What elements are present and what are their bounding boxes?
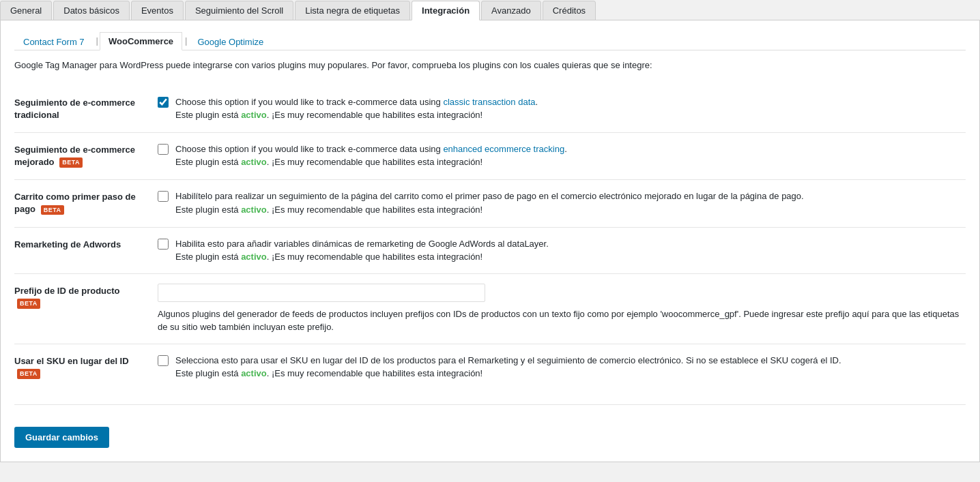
tab-integracion[interactable]: Integración [412, 1, 480, 20]
control-prefijo: Algunos plugins del generador de feeds d… [158, 273, 966, 344]
sub-tabs-container: Contact Form 7 | WooCommerce | Google Op… [14, 31, 966, 50]
status-active-carrito: activo [241, 205, 267, 215]
tab-eventos[interactable]: Eventos [131, 1, 184, 20]
checkbox-sku[interactable] [158, 355, 169, 366]
label-remarketing: Remarketing de Adwords [14, 227, 158, 273]
option-text-carrito: Habilítelo para realizar un seguimiento … [175, 190, 804, 216]
sub-tab-divider-2: | [185, 35, 187, 46]
beta-badge-sku: beta [17, 369, 40, 379]
classic-transaction-link[interactable]: classic transaction data [443, 97, 535, 107]
table-row: Usar el SKU en lugar del ID beta Selecci… [14, 344, 966, 391]
table-row: Carrito como primer paso de pago beta Ha… [14, 180, 966, 227]
option-text-seguimiento-tradicional: Choose this option if you would like to … [175, 95, 538, 122]
checkbox-carrito[interactable] [158, 191, 169, 202]
option-text-seguimiento-mejorado: Choose this option if you would like to … [175, 142, 567, 169]
sub-tab-google-optimize[interactable]: Google Optimize [189, 33, 273, 50]
label-carrito: Carrito como primer paso de pago beta [14, 180, 158, 227]
save-button[interactable]: Guardar cambios [14, 427, 109, 448]
option-text-prefijo: Algunos plugins del generador de feeds d… [158, 307, 966, 334]
status-active-mejorado: activo [241, 157, 267, 167]
tab-avanzado[interactable]: Avanzado [481, 1, 541, 20]
checkbox-remarketing[interactable] [158, 239, 169, 250]
beta-badge-prefijo: beta [17, 299, 40, 309]
beta-badge-carrito: beta [41, 205, 64, 215]
enhanced-ecommerce-link[interactable]: enhanced ecommerce tracking [443, 144, 564, 154]
status-active-remarketing: activo [241, 252, 267, 262]
control-carrito: Habilítelo para realizar un seguimiento … [158, 180, 966, 227]
prefijo-text-input[interactable] [158, 284, 485, 302]
control-sku: Selecciona esto para usar el SKU en luga… [158, 344, 966, 391]
option-text-sku: Selecciona esto para usar el SKU en luga… [175, 354, 841, 380]
table-row: Seguimiento de e-commerce mejorado beta … [14, 132, 966, 179]
label-sku: Usar el SKU en lugar del ID beta [14, 344, 158, 391]
page-description: Google Tag Manager para WordPress puede … [14, 59, 966, 72]
table-row: Remarketing de Adwords Habilita esto par… [14, 227, 966, 273]
label-seguimiento-mejorado: Seguimiento de e-commerce mejorado beta [14, 132, 158, 179]
settings-table: Seguimiento de e-commerce tradicional Ch… [14, 86, 966, 391]
status-active-sku: activo [241, 368, 267, 378]
top-tabs-container: General Datos básicos Eventos Seguimient… [0, 0, 980, 20]
checkbox-seguimiento-tradicional[interactable] [158, 97, 169, 108]
beta-badge-mejorado: beta [59, 157, 83, 168]
sub-tab-contact-form[interactable]: Contact Form 7 [14, 33, 93, 50]
footer-row: Guardar cambios [14, 404, 966, 448]
tab-lista-negra[interactable]: Lista negra de etiquetas [295, 1, 410, 20]
label-seguimiento-tradicional: Seguimiento de e-commerce tradicional [14, 86, 158, 133]
status-active-tradicional: activo [241, 110, 267, 120]
control-remarketing: Habilita esto para añadir variables diná… [158, 227, 966, 273]
sub-tab-divider-1: | [96, 35, 98, 46]
control-seguimiento-mejorado: Choose this option if you would like to … [158, 132, 966, 179]
sub-tab-woocommerce[interactable]: WooCommerce [100, 32, 182, 50]
table-row: Prefijo de ID de producto beta Algunos p… [14, 273, 966, 344]
tab-seguimiento-scroll[interactable]: Seguimiento del Scroll [185, 1, 293, 20]
content-area: Contact Form 7 | WooCommerce | Google Op… [0, 20, 980, 462]
tab-creditos[interactable]: Créditos [543, 1, 596, 20]
tab-datos-basicos[interactable]: Datos básicos [53, 1, 130, 20]
checkbox-seguimiento-mejorado[interactable] [158, 144, 169, 155]
page-wrapper: General Datos básicos Eventos Seguimient… [0, 0, 980, 462]
table-row: Seguimiento de e-commerce tradicional Ch… [14, 86, 966, 133]
tab-general[interactable]: General [0, 1, 52, 20]
option-text-remarketing: Habilita esto para añadir variables diná… [175, 237, 549, 264]
label-prefijo: Prefijo de ID de producto beta [14, 273, 158, 344]
control-seguimiento-tradicional: Choose this option if you would like to … [158, 86, 966, 133]
